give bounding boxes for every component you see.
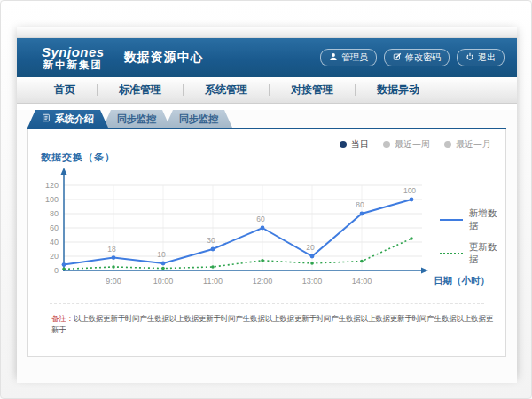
tab-system-intro[interactable]: 系统介绍 [27,110,108,128]
legend-item: 更新数据 [440,241,505,266]
logout-button[interactable]: 退出 [457,49,505,66]
y-axis-title: 数据交换（条） [41,151,115,164]
radio-label: 当日 [351,138,369,151]
svg-text:10:00: 10:00 [153,277,174,286]
power-icon [466,52,474,63]
document-icon [42,113,51,124]
chart-panel: 当日 最近一周 最近一月 数据交换（条） 0204060801001209:00… [27,129,506,357]
svg-text:9:00: 9:00 [106,277,121,286]
nav-item-standard-mgmt[interactable]: 标准管理 [98,77,183,103]
chart-legend: 新增数据更新数据 [440,207,505,266]
svg-text:60: 60 [50,223,59,232]
header-actions: 管理员 修改密码 退出 [320,49,505,66]
footer-note: 备注：以上数据更新于时间产生数据以上数据更新于时间产生数据以上数据更新于时间产生… [51,313,493,336]
legend-label: 更新数据 [469,241,505,266]
content-area: 系统介绍 同步监控 同步监控 当日 最近一 [17,110,517,383]
logout-label: 退出 [478,51,496,64]
line-chart: 0204060801001209:0010:0011:0012:0013:001… [28,165,507,298]
svg-text:0: 0 [54,266,59,275]
svg-text:14:00: 14:00 [352,277,372,286]
brand: Synjones 新中新集团 数据资源中心 [42,45,204,70]
svg-text:18: 18 [107,245,116,254]
change-password-button[interactable]: 修改密码 [384,49,450,66]
svg-text:80: 80 [356,200,364,209]
svg-text:100: 100 [403,186,416,195]
admin-user-label: 管理员 [341,51,368,64]
app-window: Synjones 新中新集团 数据资源中心 管理员 修改密码 [17,27,517,377]
window-top-strip [17,27,517,38]
app-header: Synjones 新中新集团 数据资源中心 管理员 修改密码 [17,38,517,77]
svg-text:11:00: 11:00 [203,277,223,286]
time-filter-group: 当日 最近一周 最近一月 [340,138,491,151]
svg-text:30: 30 [207,236,215,245]
time-filter-option[interactable]: 最近一周 [383,138,430,151]
svg-text:日期（小时）: 日期（小时） [434,275,489,286]
edit-icon [393,52,402,63]
logo-text: Synjones [42,45,105,59]
legend-label: 新增数据 [469,207,505,232]
svg-text:20: 20 [50,252,59,261]
dotted-line-swatch [440,253,463,254]
nav-item-data-change[interactable]: 数据异动 [356,77,441,103]
nav-item-system-mgmt[interactable]: 系统管理 [184,77,269,103]
radio-label: 最近一月 [456,138,491,151]
page-title: 数据资源中心 [124,50,204,66]
solid-line-swatch [440,219,463,221]
nav-item-interface-mgmt[interactable]: 对接管理 [270,77,355,103]
nav-item-home[interactable]: 首页 [33,77,97,103]
radio-icon [383,141,390,148]
legend-item: 新增数据 [440,207,505,232]
tab-label: 同步监控 [117,113,156,126]
svg-text:60: 60 [256,215,265,223]
radio-icon [340,141,347,148]
svg-text:80: 80 [50,209,59,218]
note-prefix: 备注： [51,314,74,323]
svg-text:10: 10 [157,250,166,259]
main-nav: 首页 标准管理 系统管理 对接管理 数据异动 [17,77,517,104]
tab-sync-monitor-1[interactable]: 同步监控 [103,110,170,128]
time-filter-option[interactable]: 当日 [340,138,369,151]
svg-text:120: 120 [45,181,59,190]
tab-bar: 系统介绍 同步监控 同步监控 [27,110,517,128]
time-filter-option[interactable]: 最近一月 [444,138,491,151]
svg-text:40: 40 [50,238,59,246]
change-password-label: 修改密码 [405,51,441,64]
svg-text:13:00: 13:00 [302,277,323,286]
panel-divider [50,303,484,304]
svg-text:100: 100 [45,195,59,204]
company-logo: Synjones 新中新集团 [42,45,105,70]
svg-text:12:00: 12:00 [253,277,273,286]
admin-user-button[interactable]: 管理员 [320,49,377,66]
tab-sync-monitor-2[interactable]: 同步监控 [165,110,232,128]
user-icon [329,52,338,63]
tab-label: 同步监控 [179,113,218,126]
logo-subtext: 新中新集团 [42,59,105,70]
svg-text:20: 20 [306,243,315,252]
note-text: 以上数据更新于时间产生数据以上数据更新于时间产生数据以上数据更新于时间产生数据以… [51,314,493,334]
radio-icon [444,141,451,148]
tab-label: 系统介绍 [55,113,94,126]
radio-label: 最近一周 [395,138,430,151]
page-background: Synjones 新中新集团 数据资源中心 管理员 修改密码 [0,0,532,399]
